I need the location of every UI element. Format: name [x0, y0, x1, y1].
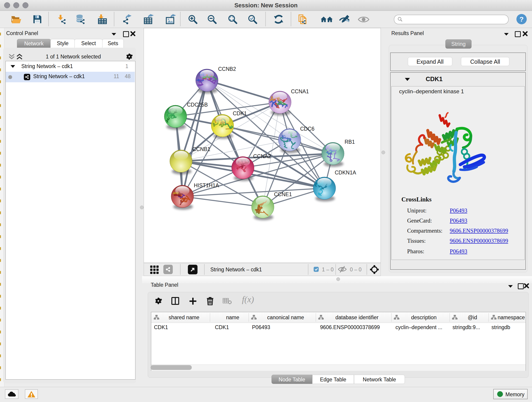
svg-text:CCNA2: CCNA2 [253, 153, 271, 159]
svg-text:CDC25B: CDC25B [187, 102, 208, 108]
svg-text:CDKN1A: CDKN1A [335, 170, 356, 176]
svg-text:CCNB1: CCNB1 [192, 146, 210, 152]
svg-text:CDK1: CDK1 [233, 110, 247, 116]
svg-text:CDC6: CDC6 [300, 126, 315, 132]
svg-text:CCNA1: CCNA1 [291, 89, 309, 95]
svg-text:HIST1H1A: HIST1H1A [194, 182, 219, 188]
svg-text:CCNB2: CCNB2 [218, 66, 236, 72]
svg-text:CCNE1: CCNE1 [274, 191, 292, 197]
svg-text:RB1: RB1 [345, 139, 355, 145]
